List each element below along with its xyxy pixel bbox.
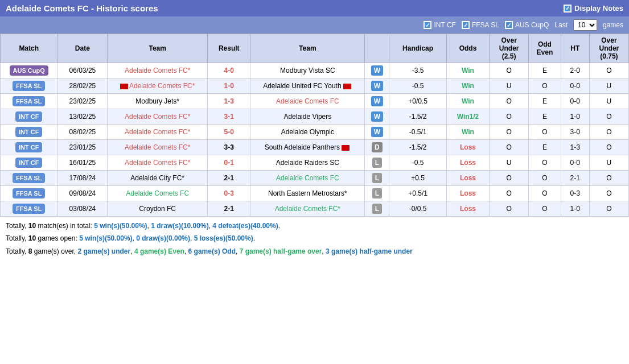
page-title: Adelaide Comets FC - Historic scores (6, 3, 158, 13)
flag-icon (120, 84, 128, 89)
team2-name: Adelaide United FC Youth (263, 82, 341, 90)
oe-cell: O (529, 125, 561, 140)
wd-cell: D (365, 140, 389, 155)
odds-value: Loss (460, 159, 476, 167)
team1-name: Adelaide Comets FC* (125, 113, 190, 121)
odds-cell: Loss (446, 186, 489, 201)
display-notes-checkbox[interactable]: ✓ (564, 5, 572, 13)
wd-badge: L (372, 158, 382, 168)
col-date: Date (57, 34, 108, 63)
ou25-cell: O (490, 63, 529, 78)
score: 1-3 (224, 97, 234, 105)
team1-name: Adelaide Comets FC* (125, 67, 190, 75)
match-badge-cell: FFSA SL (1, 186, 57, 201)
ou075-cell: O (589, 140, 628, 155)
match-badge-cell: INT CF (1, 155, 57, 171)
score: 0-3 (224, 189, 234, 197)
team2-cell: South Adelaide Panthers (250, 140, 365, 155)
odds-cell: Win (446, 63, 489, 78)
ffsa-sl-label: FFSA SL (472, 21, 499, 29)
handicap-cell: -0/0.5 (389, 201, 446, 217)
match-badge-cell: FFSA SL (1, 201, 57, 217)
col-ou075: Over Under (0.75) (589, 34, 628, 63)
wd-cell: W (365, 63, 389, 78)
ou25-cell: O (490, 186, 529, 201)
table-row: AUS CupQ06/03/25Adelaide Comets FC*4-0Mo… (1, 63, 629, 78)
int-cf-checkbox[interactable]: ✓ (424, 21, 431, 29)
match-date: 03/08/24 (57, 201, 108, 217)
wd-badge: W (371, 111, 383, 122)
odds-cell: Win (446, 78, 489, 94)
score: 4-0 (224, 67, 234, 75)
match-badge: INT CF (15, 127, 42, 137)
team2-cell: Adelaide Raiders SC (250, 155, 365, 171)
match-badge: AUS CupQ (10, 65, 48, 76)
match-badge-cell: FFSA SL (1, 94, 57, 109)
ht-cell: 0-3 (561, 186, 589, 201)
summary-line: Totally, 10 match(es) in total: 5 win(s)… (6, 220, 623, 231)
score: 5-0 (224, 128, 234, 136)
games-label: games (603, 21, 623, 29)
oe-cell: O (529, 155, 561, 171)
ht-cell: 0-0 (561, 155, 589, 171)
wd-badge: L (372, 173, 382, 183)
int-cf-filter[interactable]: ✓ INT CF (424, 21, 455, 29)
ou075-cell: O (589, 171, 628, 186)
team2-cell: Modbury Vista SC (250, 63, 365, 78)
wd-cell: W (365, 94, 389, 109)
odds-value: Loss (460, 189, 476, 197)
summary-section: Totally, 10 match(es) in total: 5 win(s)… (0, 217, 629, 262)
wd-cell: W (365, 78, 389, 94)
table-row: FFSA SL17/08/24Adelaide City FC*2-1Adela… (1, 171, 629, 186)
match-badge-cell: AUS CupQ (1, 63, 57, 78)
match-badge: INT CF (15, 142, 42, 152)
odds-cell: Loss (446, 171, 489, 186)
match-badge-cell: INT CF (1, 125, 57, 140)
ht-cell: 1-0 (561, 109, 589, 125)
team1-name: Adelaide Comets FC (126, 189, 189, 197)
ht-cell: 0-0 (561, 94, 589, 109)
score: 2-1 (224, 205, 234, 213)
col-result: Result (208, 34, 250, 63)
last-games-select[interactable]: 10 20 30 (573, 19, 597, 31)
team2-name: Adelaide Comets FC (276, 97, 339, 105)
col-handicap: Handicap (389, 34, 446, 63)
aus-cupq-filter[interactable]: ✓ AUS CupQ (505, 21, 549, 29)
wd-badge: W (371, 96, 383, 106)
wd-badge: W (371, 81, 383, 91)
oe-cell: O (529, 171, 561, 186)
ffsa-sl-checkbox[interactable]: ✓ (462, 21, 470, 29)
ou075-cell: U (589, 78, 628, 94)
odds-value: Win (462, 67, 474, 75)
ou25-cell: U (490, 155, 529, 171)
odds-value: Win (462, 128, 474, 136)
score-cell: 0-3 (208, 186, 250, 201)
score-cell: 3-1 (208, 109, 250, 125)
col-wd (365, 34, 389, 63)
odds-cell: Loss (446, 201, 489, 217)
odds-value: Win (462, 82, 474, 90)
match-date: 17/08/24 (57, 171, 108, 186)
match-date: 09/08/24 (57, 186, 108, 201)
table-row: FFSA SL03/08/24Croydon FC2-1Adelaide Com… (1, 201, 629, 217)
aus-cupq-checkbox[interactable]: ✓ (505, 21, 513, 29)
handicap-cell: -0.5 (389, 155, 446, 171)
oe-cell: E (529, 94, 561, 109)
team1-name: Modbury Jets* (135, 97, 179, 105)
summary-line: Totally, 8 game(s) over, 2 game(s) under… (6, 246, 623, 257)
match-date: 08/02/25 (57, 125, 108, 140)
ou075-cell: O (589, 125, 628, 140)
handicap-cell: +0.5 (389, 171, 446, 186)
team1-name: Adelaide Comets FC* (129, 82, 195, 90)
handicap-cell: -0.5/1 (389, 125, 446, 140)
aus-cupq-label: AUS CupQ (515, 21, 549, 29)
odds-cell: Loss (446, 155, 489, 171)
wd-cell: W (365, 109, 389, 125)
odds-value: Win1/2 (457, 113, 479, 121)
ou25-cell: O (490, 201, 529, 217)
col-ht: HT (561, 34, 589, 63)
oe-cell: E (529, 140, 561, 155)
ffsa-sl-filter[interactable]: ✓ FFSA SL (462, 21, 499, 29)
table-row: INT CF23/01/25Adelaide Comets FC*3-3Sout… (1, 140, 629, 155)
score-cell: 0-1 (208, 155, 250, 171)
